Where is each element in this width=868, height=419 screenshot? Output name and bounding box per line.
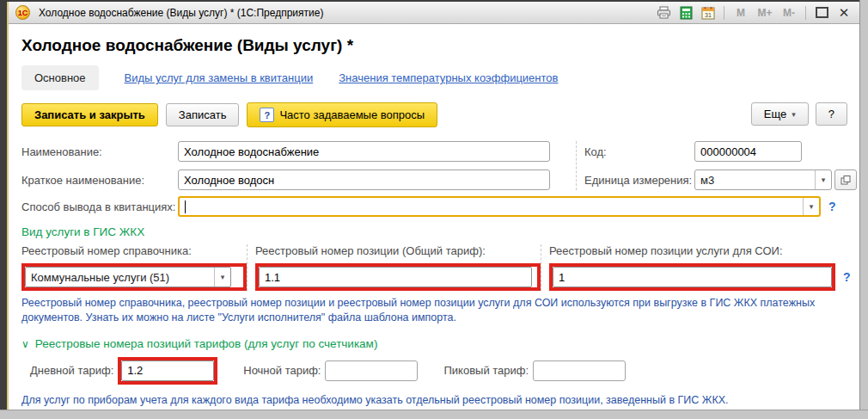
soi-number-label: Реестровый номер позиции услуги для СОИ: xyxy=(549,244,851,257)
day-tariff-annotation-box xyxy=(118,357,217,385)
unit-value: м3 xyxy=(695,174,815,187)
page-title: Холодное водоснабжение (Виды услуг) * xyxy=(21,36,847,55)
receipt-output-dropdown-icon[interactable]: ▾ xyxy=(803,198,819,215)
more-button-label: Еще xyxy=(764,108,786,120)
soi-annotation-box xyxy=(549,263,835,291)
memory-m-plus-button[interactable]: M+ xyxy=(754,4,776,22)
night-tariff-label: Ночной тариф: xyxy=(243,364,321,377)
registry-annotation-box: Коммунальные услуги (51) ▾ xyxy=(21,263,247,291)
short-name-label: Краткое наименование: xyxy=(21,174,178,187)
toolbar: Записать и закрыть Записать ? Часто зада… xyxy=(21,102,847,127)
unit-label: Единица измерения: xyxy=(584,174,694,187)
memory-m-button[interactable]: M xyxy=(730,4,752,22)
registry-number-combobox[interactable]: Коммунальные услуги (51) ▾ xyxy=(25,267,231,287)
position-number-input[interactable] xyxy=(259,267,532,287)
tariff-section-header[interactable]: ∨Реестровые номера позиций тарифов (для … xyxy=(21,337,847,350)
maximize-icon xyxy=(816,7,828,18)
top-fields: Наименование: Краткое наименование: Код:… xyxy=(21,141,847,190)
night-tariff-input[interactable] xyxy=(325,360,418,381)
1c-logo-icon: 1С xyxy=(15,5,30,20)
code-input[interactable] xyxy=(694,141,802,162)
chevron-down-icon: ▾ xyxy=(792,110,796,119)
soi-number-input[interactable] xyxy=(553,267,832,287)
titlebar-separator xyxy=(805,6,806,20)
soi-help-link[interactable]: ? xyxy=(843,270,851,284)
maximize-button[interactable] xyxy=(811,4,832,22)
gis-section-title: Вид услуги в ГИС ЖКХ xyxy=(21,225,847,238)
day-tariff-label: Дневной тариф: xyxy=(30,364,113,377)
tariff-section-title: Реестровые номера позиций тарифов (для у… xyxy=(35,337,378,350)
help-button[interactable]: ? xyxy=(816,102,847,126)
svg-text:31: 31 xyxy=(705,12,712,18)
position-annotation-box xyxy=(255,263,541,291)
short-name-input[interactable] xyxy=(178,169,550,190)
chevron-collapse-icon: ∨ xyxy=(21,338,29,350)
tab-link-replacement-services[interactable]: Виды услуг для замены в квитанции xyxy=(125,71,314,84)
text-caret xyxy=(185,200,186,213)
peak-tariff-input[interactable] xyxy=(533,360,626,381)
calculator-icon[interactable] xyxy=(675,4,696,22)
tab-link-temperature-coefficients[interactable]: Значения температурных коэффициентов xyxy=(339,71,558,84)
tariff-fields: Дневной тариф: Ночной тариф: Пиковый тар… xyxy=(30,357,847,385)
peak-tariff-label: Пиковый тариф: xyxy=(443,364,529,377)
save-and-close-button[interactable]: Записать и закрыть xyxy=(21,103,158,126)
gis-fields: Реестровый номер справочника: Коммунальн… xyxy=(21,244,847,291)
position-number-label: Реестровый номер позиции (Общий тариф): xyxy=(255,244,541,257)
registry-dropdown-icon[interactable]: ▾ xyxy=(214,268,230,287)
code-label: Код: xyxy=(584,145,694,158)
receipt-output-label: Способ вывода в квитанциях: xyxy=(21,200,178,213)
question-badge-icon: ? xyxy=(260,108,274,122)
unit-combobox[interactable]: м3 ▾ xyxy=(694,169,832,190)
memory-m-minus-button[interactable]: M- xyxy=(778,4,800,22)
app-window: 1С Холодное водоснабжение (Виды услуг) *… xyxy=(7,2,859,410)
name-input[interactable] xyxy=(178,141,550,162)
titlebar: 1С Холодное водоснабжение (Виды услуг) *… xyxy=(9,2,859,24)
nav-tabs: Основное Виды услуг для замены в квитанц… xyxy=(21,65,847,90)
receipt-output-combobox[interactable]: ▾ xyxy=(178,196,821,217)
close-button[interactable]: ✕ xyxy=(834,4,854,22)
receipt-output-help-link[interactable]: ? xyxy=(828,200,836,213)
calendar-icon[interactable]: 31 xyxy=(698,4,718,22)
tariff-hint-text: Для услуг по приборам учета для каждого … xyxy=(21,393,847,408)
faq-button[interactable]: ? Часто задаваемые вопросы xyxy=(247,102,437,127)
gis-hint-text: Реестровый номер справочника, реестровый… xyxy=(21,296,847,325)
unit-dropdown-icon[interactable]: ▾ xyxy=(815,170,831,189)
form-content: Холодное водоснабжение (Виды услуг) * Ос… xyxy=(9,24,859,416)
print-icon[interactable] xyxy=(653,4,674,22)
name-label: Наименование: xyxy=(21,145,178,158)
registry-number-label: Реестровый номер справочника: xyxy=(21,244,247,257)
open-list-icon xyxy=(840,176,851,185)
window-title: Холодное водоснабжение (Виды услуг) * (1… xyxy=(35,7,648,19)
window-frame-right xyxy=(859,0,868,419)
unit-open-button[interactable] xyxy=(834,169,857,190)
titlebar-separator xyxy=(724,6,724,20)
more-button[interactable]: Еще ▾ xyxy=(751,102,809,126)
day-tariff-input[interactable] xyxy=(121,360,214,381)
registry-number-value: Коммунальные услуги (51) xyxy=(26,271,214,284)
tab-main[interactable]: Основное xyxy=(21,65,99,90)
faq-button-label: Часто задаваемые вопросы xyxy=(279,108,425,121)
save-button[interactable]: Записать xyxy=(166,103,240,126)
